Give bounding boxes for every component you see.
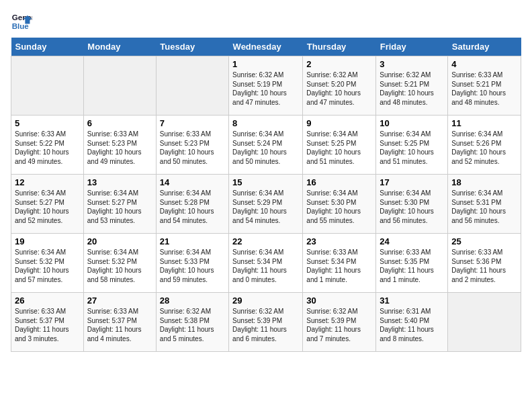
day-cell-19: 19Sunrise: 6:34 AMSunset: 5:32 PMDayligh… xyxy=(11,234,84,293)
sunrise-text: Sunrise: 6:33 AM xyxy=(306,248,357,256)
sunrise-text: Sunrise: 6:34 AM xyxy=(232,189,283,197)
sunset-text: Sunset: 5:21 PM xyxy=(380,81,429,88)
sunset-text: Sunset: 5:29 PM xyxy=(232,199,282,206)
daylight-text: Daylight: 10 hours and 59 minutes. xyxy=(160,267,214,283)
sunrise-text: Sunrise: 6:33 AM xyxy=(451,71,502,79)
day-info: Sunrise: 6:34 AMSunset: 5:27 PMDaylight:… xyxy=(15,189,80,225)
sunrise-text: Sunrise: 6:32 AM xyxy=(160,308,211,315)
sunrise-text: Sunrise: 6:33 AM xyxy=(451,248,502,256)
day-cell-30: 30Sunrise: 6:32 AMSunset: 5:39 PMDayligh… xyxy=(303,293,376,352)
day-number: 27 xyxy=(87,295,152,306)
day-number: 18 xyxy=(451,177,517,187)
sunset-text: Sunset: 5:25 PM xyxy=(306,140,356,147)
sunrise-text: Sunrise: 6:32 AM xyxy=(232,71,283,79)
day-header-thursday: Thursday xyxy=(303,38,376,56)
day-cell-7: 7Sunrise: 6:33 AMSunset: 5:23 PMDaylight… xyxy=(156,116,228,175)
sunrise-text: Sunrise: 6:34 AM xyxy=(160,189,211,197)
sunrise-text: Sunrise: 6:32 AM xyxy=(232,308,283,315)
sunrise-text: Sunrise: 6:32 AM xyxy=(306,308,357,315)
sunset-text: Sunset: 5:37 PM xyxy=(87,317,137,324)
day-cell-21: 21Sunrise: 6:34 AMSunset: 5:33 PMDayligh… xyxy=(156,234,228,293)
sunset-text: Sunset: 5:31 PM xyxy=(451,199,501,206)
day-info: Sunrise: 6:34 AMSunset: 5:30 PMDaylight:… xyxy=(380,189,444,225)
day-info: Sunrise: 6:34 AMSunset: 5:28 PMDaylight:… xyxy=(160,189,225,225)
day-info: Sunrise: 6:32 AMSunset: 5:38 PMDaylight:… xyxy=(160,307,225,343)
sunset-text: Sunset: 5:39 PM xyxy=(306,317,356,324)
day-number: 6 xyxy=(87,118,152,128)
sunrise-text: Sunrise: 6:34 AM xyxy=(15,189,66,197)
day-info: Sunrise: 6:33 AMSunset: 5:23 PMDaylight:… xyxy=(87,130,152,166)
sunset-text: Sunset: 5:34 PM xyxy=(232,258,282,265)
day-number: 4 xyxy=(451,59,517,69)
day-number: 22 xyxy=(232,236,299,246)
day-cell-2: 2Sunrise: 6:32 AMSunset: 5:20 PMDaylight… xyxy=(303,56,376,116)
sunset-text: Sunset: 5:19 PM xyxy=(232,81,282,88)
daylight-text: Daylight: 11 hours and 4 minutes. xyxy=(87,326,142,342)
day-number: 12 xyxy=(15,177,80,187)
sunset-text: Sunset: 5:30 PM xyxy=(380,199,429,206)
day-number: 7 xyxy=(160,118,225,128)
day-header-sunday: Sunday xyxy=(11,38,84,56)
sunset-text: Sunset: 5:23 PM xyxy=(87,140,137,147)
days-header-row: SundayMondayTuesdayWednesdayThursdayFrid… xyxy=(11,38,521,56)
sunrise-text: Sunrise: 6:34 AM xyxy=(451,130,502,138)
day-info: Sunrise: 6:34 AMSunset: 5:25 PMDaylight:… xyxy=(380,130,444,166)
day-info: Sunrise: 6:32 AMSunset: 5:21 PMDaylight:… xyxy=(380,71,444,107)
week-row-2: 5Sunrise: 6:33 AMSunset: 5:22 PMDaylight… xyxy=(11,116,521,175)
day-number: 11 xyxy=(451,118,517,128)
day-cell-26: 26Sunrise: 6:33 AMSunset: 5:37 PMDayligh… xyxy=(11,293,84,352)
sunset-text: Sunset: 5:21 PM xyxy=(451,81,501,88)
sunrise-text: Sunrise: 6:34 AM xyxy=(380,189,431,197)
day-cell-17: 17Sunrise: 6:34 AMSunset: 5:30 PMDayligh… xyxy=(376,175,448,234)
daylight-text: Daylight: 10 hours and 53 minutes. xyxy=(87,208,142,224)
day-number: 10 xyxy=(380,118,444,128)
day-number: 19 xyxy=(15,236,80,246)
day-number: 28 xyxy=(160,295,225,306)
day-info: Sunrise: 6:34 AMSunset: 5:32 PMDaylight:… xyxy=(15,248,80,284)
daylight-text: Daylight: 10 hours and 49 minutes. xyxy=(15,148,69,165)
day-number: 20 xyxy=(87,236,152,246)
day-cell-20: 20Sunrise: 6:34 AMSunset: 5:32 PMDayligh… xyxy=(83,234,156,293)
day-cell-16: 16Sunrise: 6:34 AMSunset: 5:30 PMDayligh… xyxy=(303,175,376,234)
day-cell-11: 11Sunrise: 6:34 AMSunset: 5:26 PMDayligh… xyxy=(448,116,521,175)
daylight-text: Daylight: 10 hours and 51 minutes. xyxy=(306,148,361,165)
day-number: 31 xyxy=(380,295,444,306)
day-info: Sunrise: 6:33 AMSunset: 5:23 PMDaylight:… xyxy=(160,130,225,166)
sunrise-text: Sunrise: 6:32 AM xyxy=(380,71,431,79)
day-number: 13 xyxy=(87,177,152,187)
sunset-text: Sunset: 5:25 PM xyxy=(380,140,429,147)
daylight-text: Daylight: 10 hours and 52 minutes. xyxy=(451,148,506,165)
day-cell-23: 23Sunrise: 6:33 AMSunset: 5:34 PMDayligh… xyxy=(303,234,376,293)
daylight-text: Daylight: 11 hours and 0 minutes. xyxy=(232,267,287,283)
sunset-text: Sunset: 5:36 PM xyxy=(451,258,501,265)
logo-icon: General Blue xyxy=(11,11,32,32)
sunrise-text: Sunrise: 6:33 AM xyxy=(87,130,138,138)
sunset-text: Sunset: 5:27 PM xyxy=(87,199,137,206)
sunrise-text: Sunrise: 6:34 AM xyxy=(87,248,138,256)
daylight-text: Daylight: 10 hours and 52 minutes. xyxy=(15,208,69,224)
daylight-text: Daylight: 11 hours and 1 minute. xyxy=(306,267,361,283)
day-info: Sunrise: 6:33 AMSunset: 5:35 PMDaylight:… xyxy=(380,248,444,284)
daylight-text: Daylight: 11 hours and 7 minutes. xyxy=(306,326,361,342)
day-cell-12: 12Sunrise: 6:34 AMSunset: 5:27 PMDayligh… xyxy=(11,175,84,234)
day-number: 23 xyxy=(306,236,372,246)
sunset-text: Sunset: 5:33 PM xyxy=(160,258,210,265)
sunset-text: Sunset: 5:37 PM xyxy=(15,317,64,324)
day-info: Sunrise: 6:34 AMSunset: 5:27 PMDaylight:… xyxy=(87,189,152,225)
day-info: Sunrise: 6:32 AMSunset: 5:39 PMDaylight:… xyxy=(306,307,372,343)
day-cell-22: 22Sunrise: 6:34 AMSunset: 5:34 PMDayligh… xyxy=(229,234,303,293)
day-number: 24 xyxy=(380,236,444,246)
day-cell-25: 25Sunrise: 6:33 AMSunset: 5:36 PMDayligh… xyxy=(448,234,521,293)
day-number: 25 xyxy=(451,236,517,246)
day-info: Sunrise: 6:33 AMSunset: 5:21 PMDaylight:… xyxy=(451,71,517,107)
day-number: 5 xyxy=(15,118,80,128)
day-info: Sunrise: 6:33 AMSunset: 5:36 PMDaylight:… xyxy=(451,248,517,284)
sunrise-text: Sunrise: 6:33 AM xyxy=(15,308,66,315)
day-info: Sunrise: 6:34 AMSunset: 5:31 PMDaylight:… xyxy=(451,189,517,225)
day-cell-18: 18Sunrise: 6:34 AMSunset: 5:31 PMDayligh… xyxy=(448,175,521,234)
sunset-text: Sunset: 5:24 PM xyxy=(232,140,282,147)
sunrise-text: Sunrise: 6:31 AM xyxy=(380,308,431,315)
week-row-4: 19Sunrise: 6:34 AMSunset: 5:32 PMDayligh… xyxy=(11,234,521,293)
sunrise-text: Sunrise: 6:33 AM xyxy=(380,248,431,256)
daylight-text: Daylight: 10 hours and 49 minutes. xyxy=(87,148,142,165)
